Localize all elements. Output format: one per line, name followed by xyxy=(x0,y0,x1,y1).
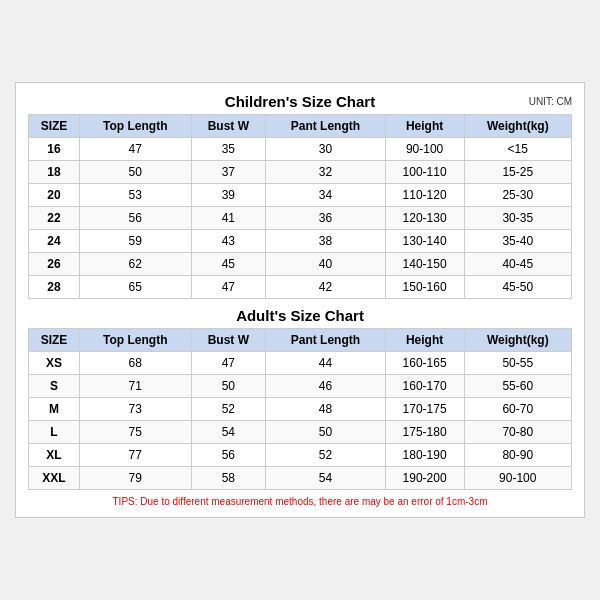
adult-title-row: Adult's Size Chart xyxy=(28,307,572,324)
table-row: XS684744160-16550-55 xyxy=(29,352,572,375)
table-row: 22564136120-13030-35 xyxy=(29,207,572,230)
children-header-row: SIZE Top Length Bust W Pant Length Heigh… xyxy=(29,115,572,138)
adult-title: Adult's Size Chart xyxy=(236,307,364,324)
adult-col-top-length: Top Length xyxy=(79,329,191,352)
children-table: SIZE Top Length Bust W Pant Length Heigh… xyxy=(28,114,572,299)
adult-col-size: SIZE xyxy=(29,329,80,352)
children-title: Children's Size Chart xyxy=(225,93,375,110)
children-tbody: 1647353090-100<1518503732100-11015-25205… xyxy=(29,138,572,299)
col-bust-w: Bust W xyxy=(191,115,266,138)
adult-tbody: XS684744160-16550-55S715046160-17055-60M… xyxy=(29,352,572,490)
adult-header-row: SIZE Top Length Bust W Pant Length Heigh… xyxy=(29,329,572,352)
table-row: 24594338130-14035-40 xyxy=(29,230,572,253)
col-height: Height xyxy=(385,115,464,138)
table-row: 26624540140-15040-45 xyxy=(29,253,572,276)
col-top-length: Top Length xyxy=(79,115,191,138)
table-row: XXL795854190-20090-100 xyxy=(29,467,572,490)
tips-text: TIPS: Due to different measurement metho… xyxy=(28,496,572,507)
table-row: L755450175-18070-80 xyxy=(29,421,572,444)
unit-label: UNIT: CM xyxy=(529,96,572,107)
adult-col-pant-length: Pant Length xyxy=(266,329,386,352)
chart-container: Children's Size Chart UNIT: CM SIZE Top … xyxy=(15,82,585,518)
adult-col-weight: Weight(kg) xyxy=(464,329,571,352)
adult-col-height: Height xyxy=(385,329,464,352)
adult-table: SIZE Top Length Bust W Pant Length Heigh… xyxy=(28,328,572,490)
table-row: XL775652180-19080-90 xyxy=(29,444,572,467)
table-row: 28654742150-16045-50 xyxy=(29,276,572,299)
table-row: 20533934110-12025-30 xyxy=(29,184,572,207)
table-row: S715046160-17055-60 xyxy=(29,375,572,398)
col-weight: Weight(kg) xyxy=(464,115,571,138)
table-row: 18503732100-11015-25 xyxy=(29,161,572,184)
adult-col-bust-w: Bust W xyxy=(191,329,266,352)
table-row: M735248170-17560-70 xyxy=(29,398,572,421)
col-pant-length: Pant Length xyxy=(266,115,386,138)
children-title-row: Children's Size Chart UNIT: CM xyxy=(28,93,572,110)
col-size: SIZE xyxy=(29,115,80,138)
table-row: 1647353090-100<15 xyxy=(29,138,572,161)
